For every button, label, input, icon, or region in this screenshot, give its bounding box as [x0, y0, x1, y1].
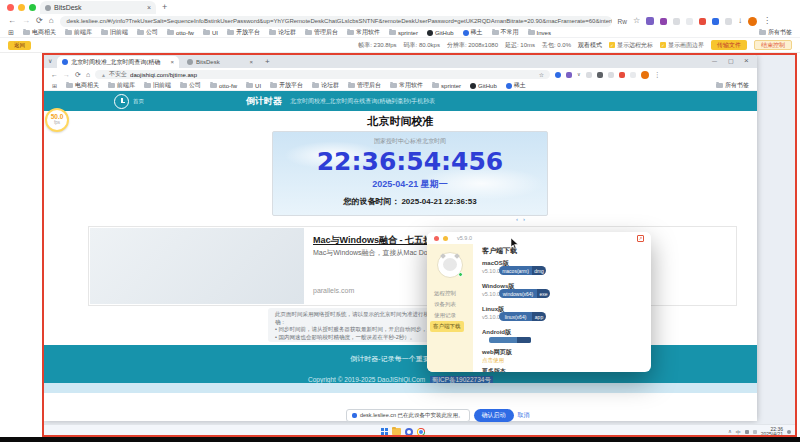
bookmark-item[interactable]: 管理后台	[348, 81, 381, 90]
downloads-icon[interactable]: ↓	[738, 17, 742, 25]
bookmark-item[interactable]: UI	[203, 30, 218, 36]
tray-chevron-icon[interactable]: ∨	[728, 429, 732, 435]
security-label[interactable]: 不安全	[109, 70, 127, 79]
menu-item-device-list[interactable]: 设备列表	[431, 299, 459, 310]
macos-download-buttons[interactable]: macos(arm) dmg	[499, 266, 546, 275]
remote-app-icon[interactable]	[405, 428, 413, 436]
bookmark-item[interactable]: 论坛群	[312, 81, 339, 90]
all-bookmarks-button[interactable]: 所有书签	[759, 28, 792, 37]
carousel-prev-icon[interactable]: ‹	[516, 216, 518, 222]
ad-link[interactable]: parallels.com	[313, 287, 354, 294]
site-title[interactable]: 倒计时器	[246, 95, 282, 108]
open-external-button[interactable]: ↗	[637, 235, 644, 242]
extension-icon[interactable]	[660, 18, 667, 25]
extension-icon[interactable]	[725, 18, 732, 25]
extension-icon[interactable]	[686, 18, 693, 25]
bookmark-item[interactable]: GitHub	[470, 83, 497, 89]
bookmark-star-icon[interactable]: ☆	[539, 72, 544, 78]
extension-icon[interactable]	[630, 72, 636, 78]
cancel-launch-link[interactable]: 取消	[518, 411, 530, 420]
new-tab-button[interactable]: +	[162, 3, 167, 12]
windows-download-buttons[interactable]: windows(x64) exe	[499, 289, 550, 298]
bookmark-item[interactable]: 公司	[180, 81, 201, 90]
bookmark-item[interactable]: GitHub	[427, 30, 454, 36]
reload-icon[interactable]: ⟳	[36, 17, 43, 25]
end-control-button[interactable]: 结束控制	[754, 40, 792, 50]
volume-icon[interactable]	[753, 430, 757, 434]
chrome-icon[interactable]	[417, 428, 425, 436]
system-tray[interactable]: ∨ 中 22:36 2025/4/21	[728, 426, 791, 437]
extension-icon[interactable]	[699, 18, 706, 25]
network-icon[interactable]	[745, 430, 749, 434]
bookmark-item[interactable]: 管理后台	[305, 28, 338, 37]
bookmark-item[interactable]: 旧前端	[144, 81, 171, 90]
remote-inactive-tab[interactable]: BitsDesk ×	[182, 56, 258, 68]
browser-menu-icon[interactable]: ⋮	[654, 71, 661, 78]
bookmark-item[interactable]: 常用软件	[347, 28, 380, 37]
tray-date[interactable]: 2025/4/21	[761, 432, 783, 437]
bookmark-item[interactable]: 不常用	[492, 28, 519, 37]
remote-desktop[interactable]: ∨ 北京时间校准_北京时间查询(精确 × BitsDesk × + — ▢ × …	[42, 53, 797, 437]
extension-icon[interactable]	[712, 18, 719, 25]
popup-titlebar[interactable]: v5.9.0 ↗	[427, 232, 651, 244]
bookmark-item[interactable]: 开放平台	[227, 28, 260, 37]
extension-icon[interactable]	[555, 72, 561, 78]
popup-minimize-button[interactable]	[443, 236, 448, 241]
extension-icon[interactable]	[673, 18, 680, 25]
bookmark-item[interactable]: sprinter	[389, 30, 418, 36]
profile-avatar[interactable]	[641, 71, 649, 79]
linux-x64-button[interactable]: linux(x64)	[499, 312, 532, 321]
tray-language[interactable]: 中	[736, 429, 741, 435]
ad-title[interactable]: Mac与Windows融合 - 七五折	[313, 234, 432, 247]
checkbox-screen-border[interactable]: ✓ 显示画面边界	[660, 41, 704, 50]
bookmark-item[interactable]: sprinter	[432, 83, 461, 89]
start-button[interactable]	[381, 428, 388, 435]
bookmark-star-icon[interactable]: ☆	[633, 17, 640, 25]
window-close-icon[interactable]: ×	[744, 57, 749, 65]
apps-icon[interactable]: ⊞	[52, 83, 57, 89]
bookmark-item[interactable]: 旧前端	[101, 28, 128, 37]
extension-icon[interactable]	[608, 72, 614, 78]
tab-close-icon[interactable]: ×	[170, 59, 174, 65]
extensions-puzzle-icon[interactable]	[566, 72, 572, 78]
extension-icon[interactable]	[619, 72, 625, 78]
bookmark-item[interactable]: UI	[246, 83, 261, 89]
minimize-window-button[interactable]	[18, 4, 25, 11]
macos-dmg-button[interactable]: dmg	[532, 266, 546, 275]
carousel-next-icon[interactable]: ›	[523, 216, 525, 222]
caret-icon[interactable]: ∨	[577, 72, 581, 77]
bookmark-item[interactable]: Inves	[528, 30, 551, 36]
remote-active-tab[interactable]: 北京时间校准_北京时间查询(精确 ×	[57, 56, 179, 68]
popup-close-button[interactable]	[434, 236, 439, 241]
extension-icon[interactable]	[586, 72, 592, 78]
zoom-window-button[interactable]	[29, 4, 36, 11]
profile-avatar[interactable]	[748, 17, 757, 26]
checkbox-remote-cursor[interactable]: ✓ 显示远程光标	[609, 41, 653, 50]
all-bookmarks-button[interactable]: 所有书签	[716, 81, 749, 90]
back-icon[interactable]: ←	[8, 17, 16, 25]
reading-mode-icon[interactable]: Rw	[618, 18, 627, 25]
windows-x64-button[interactable]: windows(x64)	[499, 289, 537, 298]
new-tab-button[interactable]: +	[265, 58, 270, 66]
forward-icon[interactable]: →	[22, 17, 30, 25]
home-icon[interactable]: ⌂	[86, 71, 90, 78]
nav-home-link[interactable]: 首页	[133, 98, 144, 105]
windows-exe-button[interactable]: exe	[537, 289, 550, 298]
reload-icon[interactable]: ⟳	[75, 71, 81, 78]
view-mode-label[interactable]: 观看模式	[578, 41, 602, 50]
footer-icp-link[interactable]: 蜀ICP备19022734号	[430, 376, 493, 383]
macos-arm-button[interactable]: macos(arm)	[499, 266, 532, 275]
bookmark-item[interactable]: 前端库	[65, 28, 92, 37]
menu-item-usage-log[interactable]: 使用记录	[431, 310, 459, 321]
menu-item-remote-control[interactable]: 远程控制	[431, 288, 459, 299]
browser-menu-icon[interactable]: ⋮	[763, 17, 771, 25]
browser-tab[interactable]: BitsDesk ×	[40, 1, 156, 14]
bookmark-item[interactable]: 论坛群	[269, 28, 296, 37]
address-bar[interactable]: ▲ 不安全 daojishiqi.com/bjtime.asp ☆	[95, 70, 550, 80]
extension-icon[interactable]	[597, 72, 603, 78]
tab-search-icon[interactable]: ∨	[48, 58, 52, 64]
bookmark-item[interactable]: 公司	[137, 28, 158, 37]
address-bar[interactable]: desk.lesliee.cn/#/yinfo?TrekUserSalt=Seq…	[60, 16, 612, 27]
linux-download-buttons[interactable]: linux(x64) app	[499, 312, 546, 321]
window-maximize-icon[interactable]: ▢	[728, 58, 734, 64]
